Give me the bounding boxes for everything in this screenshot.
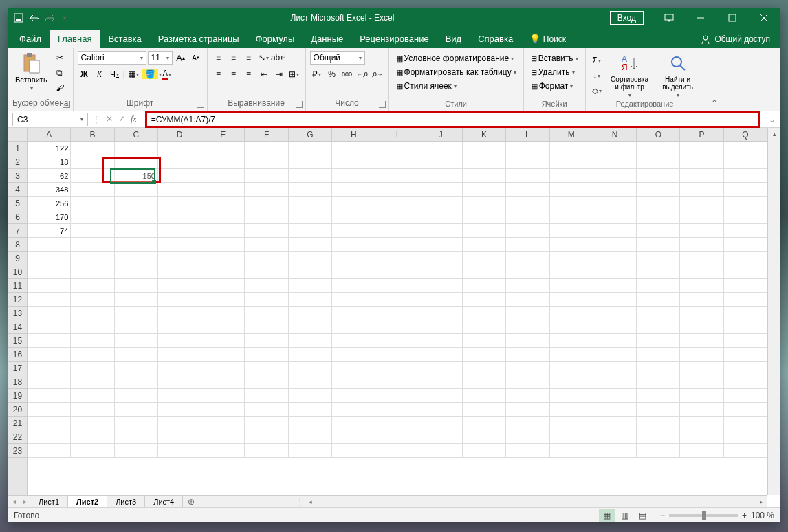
cell[interactable]: [28, 403, 71, 417]
cell[interactable]: [289, 389, 332, 403]
cell[interactable]: 348: [28, 183, 71, 197]
cell[interactable]: [201, 389, 245, 403]
row-header[interactable]: 3: [8, 169, 27, 183]
cell[interactable]: [463, 403, 506, 417]
conditional-formatting-button[interactable]: ▦ Условное форматирование▾: [393, 52, 517, 65]
cell[interactable]: [680, 307, 723, 320]
cell[interactable]: [506, 375, 549, 389]
sheet-tab[interactable]: Лист1: [30, 496, 68, 508]
cell[interactable]: 170: [28, 210, 71, 224]
cell[interactable]: [245, 279, 288, 293]
cell[interactable]: [332, 430, 375, 444]
decrease-font-button[interactable]: A▾: [189, 51, 203, 65]
cell[interactable]: [680, 155, 723, 169]
cell[interactable]: [115, 348, 158, 362]
cell[interactable]: [637, 307, 680, 320]
cell[interactable]: [332, 307, 375, 320]
cell[interactable]: [332, 403, 375, 417]
borders-button[interactable]: ▦▾: [127, 67, 140, 81]
align-right-button[interactable]: ≡: [242, 67, 256, 81]
column-header[interactable]: D: [158, 128, 201, 141]
cell[interactable]: [158, 417, 201, 430]
cell[interactable]: [158, 142, 201, 155]
cell[interactable]: [115, 362, 158, 375]
undo-icon[interactable]: [29, 13, 39, 23]
cell[interactable]: [375, 389, 419, 403]
column-header[interactable]: C: [115, 128, 158, 141]
cell[interactable]: [201, 238, 245, 252]
sheet-nav-prev[interactable]: ◂: [8, 498, 19, 505]
format-as-table-button[interactable]: ▦ Форматировать как таблицу▾: [393, 66, 519, 78]
cell[interactable]: [245, 197, 288, 210]
cell[interactable]: [289, 238, 332, 252]
cell[interactable]: [680, 320, 723, 334]
cell[interactable]: 62: [28, 169, 71, 183]
cell[interactable]: [724, 155, 767, 169]
cell[interactable]: [419, 252, 463, 265]
column-header[interactable]: H: [332, 128, 375, 141]
cell[interactable]: [637, 169, 680, 183]
cell[interactable]: [419, 348, 463, 362]
cell[interactable]: [550, 334, 593, 348]
cell[interactable]: [463, 142, 506, 155]
cell[interactable]: [245, 224, 288, 238]
cell[interactable]: [332, 142, 375, 155]
cell[interactable]: [550, 183, 593, 197]
cell[interactable]: [375, 307, 419, 320]
cell[interactable]: [115, 389, 158, 403]
cell[interactable]: [724, 389, 767, 403]
cell[interactable]: [71, 210, 114, 224]
cell[interactable]: [506, 169, 549, 183]
cell[interactable]: [289, 417, 332, 430]
cell[interactable]: [550, 265, 593, 279]
cell[interactable]: [158, 238, 201, 252]
cell[interactable]: [593, 265, 637, 279]
cell[interactable]: [637, 293, 680, 307]
row-header[interactable]: 9: [8, 252, 27, 265]
cell[interactable]: [550, 362, 593, 375]
cell[interactable]: [419, 444, 463, 458]
cell[interactable]: [28, 375, 71, 389]
cell[interactable]: [201, 348, 245, 362]
cell[interactable]: [245, 293, 288, 307]
format-painter-button[interactable]: 🖌: [53, 81, 67, 95]
cell[interactable]: [201, 279, 245, 293]
cell[interactable]: [724, 169, 767, 183]
cell[interactable]: [245, 307, 288, 320]
cell[interactable]: [724, 252, 767, 265]
cell[interactable]: [637, 348, 680, 362]
cell[interactable]: [158, 444, 201, 458]
cell[interactable]: [28, 265, 71, 279]
cell[interactable]: [724, 210, 767, 224]
cell[interactable]: [506, 197, 549, 210]
cell[interactable]: [463, 362, 506, 375]
cell[interactable]: [593, 155, 637, 169]
cell[interactable]: [289, 375, 332, 389]
cell[interactable]: [419, 403, 463, 417]
cell[interactable]: [550, 210, 593, 224]
align-left-button[interactable]: ≡: [212, 67, 226, 81]
cell[interactable]: [245, 348, 288, 362]
align-top-button[interactable]: ≡: [212, 51, 226, 65]
cell[interactable]: [724, 307, 767, 320]
cell[interactable]: [593, 417, 637, 430]
cell[interactable]: [550, 169, 593, 183]
delete-cells-button[interactable]: ⊟ Удалить▾: [528, 66, 578, 78]
cell[interactable]: [593, 293, 637, 307]
sign-in-button[interactable]: Вход: [610, 11, 644, 25]
cell[interactable]: [593, 279, 637, 293]
cell[interactable]: [289, 444, 332, 458]
cell[interactable]: 18: [28, 155, 71, 169]
column-header[interactable]: F: [245, 128, 288, 141]
cell[interactable]: [593, 389, 637, 403]
cell[interactable]: [332, 362, 375, 375]
cell[interactable]: [115, 430, 158, 444]
cancel-formula-button[interactable]: ✕: [106, 114, 113, 124]
cell[interactable]: [463, 417, 506, 430]
cell[interactable]: [158, 389, 201, 403]
cell[interactable]: [419, 293, 463, 307]
increase-font-button[interactable]: A▴: [174, 51, 188, 65]
cell[interactable]: [245, 403, 288, 417]
cell[interactable]: [375, 265, 419, 279]
cell[interactable]: [637, 265, 680, 279]
